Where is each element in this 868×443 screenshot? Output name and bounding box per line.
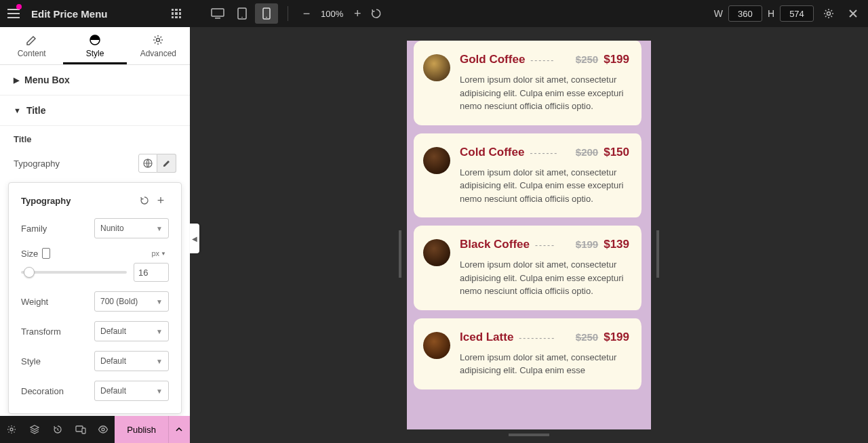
weight-label: Weight	[21, 297, 94, 307]
menu-item-price: $199	[604, 53, 629, 66]
menu-item-name: Black Coffee	[460, 238, 530, 251]
tab-style[interactable]: Style	[63, 27, 126, 64]
typography-popover: Typography + Family Nunito ▼ Size	[8, 182, 182, 414]
separator-dots: -----	[535, 240, 570, 250]
zoom-out-button[interactable]: −	[298, 5, 315, 22]
typography-edit-button[interactable]	[157, 154, 176, 173]
size-slider-row	[21, 263, 169, 282]
chevron-down-icon: ▼	[156, 387, 163, 395]
publish-label: Publish	[127, 425, 156, 435]
svg-point-13	[102, 428, 104, 431]
field-decoration: Decoration Default ▼	[21, 381, 169, 401]
sidebar: Content Style Advanced ▶ Menu Box ▼ Titl…	[0, 27, 190, 416]
chevron-up-icon	[176, 427, 182, 431]
sidebar-collapse-button[interactable]: ◀	[190, 224, 199, 253]
tab-advanced[interactable]: Advanced	[127, 27, 190, 64]
menu-item-name: Gold Coffee	[460, 53, 525, 66]
device-mobile-button[interactable]	[255, 3, 278, 24]
family-value: Nunito	[100, 224, 124, 233]
section-menu-box[interactable]: ▶ Menu Box	[0, 65, 190, 96]
slider-thumb[interactable]	[24, 267, 35, 278]
device-frame: Gold Coffee ------ $250 $199 Lorem ipsum…	[407, 41, 651, 429]
family-select[interactable]: Nunito ▼	[94, 218, 169, 238]
decoration-label: Decoration	[21, 386, 94, 396]
close-button[interactable]	[844, 4, 863, 23]
separator-dots: ------	[530, 56, 570, 65]
bottombar: Publish	[0, 416, 190, 443]
size-unit-select[interactable]: px ▼	[151, 249, 166, 257]
field-size: Size px ▼	[21, 248, 169, 259]
section-title-label: Title	[26, 105, 46, 116]
size-input[interactable]	[134, 263, 169, 282]
decoration-select[interactable]: Default ▼	[94, 381, 169, 401]
svg-point-5	[266, 17, 267, 18]
navigator-button[interactable]	[23, 416, 46, 443]
apps-button[interactable]	[163, 0, 190, 27]
devices-icon	[75, 425, 86, 434]
typography-add-button[interactable]: +	[153, 192, 169, 209]
tab-content[interactable]: Content	[0, 27, 63, 64]
menu-item: Iced Latte --------- $250 $199 Lorem ips…	[414, 318, 644, 389]
page-settings-button[interactable]	[0, 416, 23, 443]
section-title[interactable]: ▼ Title	[0, 96, 190, 126]
publish-options-button[interactable]	[168, 416, 190, 443]
zoom-reset-button[interactable]	[368, 5, 385, 22]
hamburger-menu-button[interactable]	[0, 0, 27, 27]
reset-icon	[371, 8, 382, 19]
device-desktop-button[interactable]	[206, 3, 229, 24]
layers-icon	[30, 425, 39, 434]
field-weight: Weight 700 (Bold) ▼	[21, 291, 169, 312]
resize-handle-right[interactable]	[656, 230, 659, 278]
device-tablet-button[interactable]	[231, 3, 254, 24]
menu-item-name: Iced Latte	[460, 331, 513, 344]
height-input[interactable]	[780, 5, 814, 22]
page-title: Edit Price Menu	[31, 8, 108, 20]
preview-button[interactable]	[92, 416, 115, 443]
responsive-tools: − 100% +	[206, 3, 385, 24]
responsive-icon[interactable]	[42, 248, 50, 259]
publish-button[interactable]: Publish	[115, 416, 168, 443]
svg-point-6	[827, 12, 831, 16]
transform-select[interactable]: Default ▼	[94, 321, 169, 341]
resize-handle-bottom[interactable]	[509, 434, 549, 436]
zoom-in-button[interactable]: +	[349, 5, 366, 22]
topbar-left: Edit Price Menu	[0, 0, 190, 27]
weight-select[interactable]: 700 (Bold) ▼	[94, 291, 169, 312]
typography-global-button[interactable]	[138, 154, 157, 173]
history-button[interactable]	[46, 416, 69, 443]
typography-popover-header: Typography +	[21, 192, 169, 209]
weight-value: 700 (Bold)	[100, 297, 138, 306]
menu-item: Cold Coffee ------- $200 $150 Lorem ipsu…	[414, 133, 644, 218]
height-label: H	[768, 8, 774, 19]
typography-row: Typography	[0, 148, 190, 178]
menu-item-old-price: $200	[576, 146, 598, 158]
canvas: ◀ Gold Coffee ------ $250 $199 Lorem ips…	[190, 27, 868, 443]
undo-icon	[140, 196, 149, 205]
width-input[interactable]	[728, 5, 762, 22]
menu-item-old-price: $199	[576, 238, 598, 250]
size-label-text: Size	[21, 249, 38, 259]
menu-item-image	[423, 54, 450, 81]
tab-content-label: Content	[18, 49, 46, 58]
settings-button[interactable]	[819, 4, 838, 23]
separator-dots: ---------	[519, 333, 570, 343]
resize-handle-left[interactable]	[399, 230, 401, 278]
menu-item-price: $139	[604, 238, 629, 251]
field-transform: Transform Default ▼	[21, 321, 169, 341]
topbar: Edit Price Menu − 100% + W H	[0, 0, 868, 27]
decoration-value: Default	[100, 386, 126, 396]
transform-label: Transform	[21, 326, 94, 337]
typography-reset-button[interactable]	[136, 192, 153, 209]
style-select[interactable]: Default ▼	[94, 351, 169, 371]
responsive-button[interactable]	[69, 416, 92, 443]
unsaved-dot-icon	[16, 4, 22, 9]
menu-item: Black Coffee ----- $199 $139 Lorem ipsum…	[414, 226, 644, 310]
pencil-icon	[163, 159, 171, 167]
sidebar-tabs: Content Style Advanced	[0, 27, 190, 65]
price-menu-widget[interactable]: Gold Coffee ------ $250 $199 Lorem ipsum…	[407, 41, 651, 389]
menu-item-image	[423, 332, 450, 359]
menu-item-desc: Lorem ipsum dolor sit amet, consectetur …	[460, 258, 629, 298]
globe-icon	[143, 159, 153, 168]
title-sublabel: Title	[0, 126, 190, 148]
size-slider[interactable]	[21, 271, 127, 274]
